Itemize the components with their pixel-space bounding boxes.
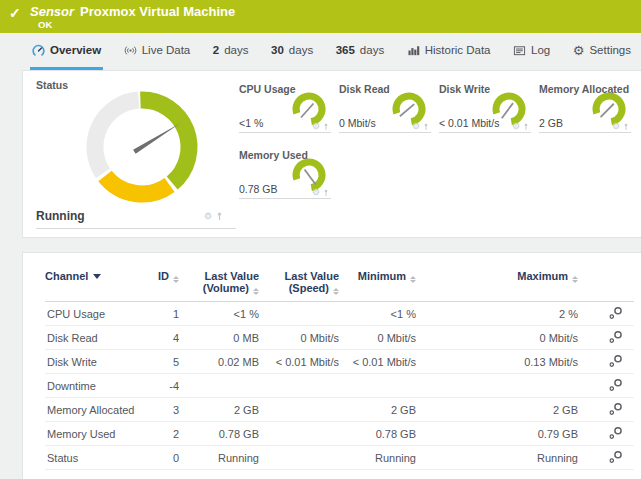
pin-icon[interactable] — [323, 189, 329, 197]
cell-channel: Disk Write — [45, 350, 135, 374]
sort-icon — [253, 288, 259, 295]
column-header-id[interactable]: ID — [135, 270, 179, 302]
sensor-title: Proxmox Virtual Machine — [80, 4, 235, 19]
edit-channel-icon[interactable] — [607, 354, 624, 368]
cell-id: 5 — [135, 350, 179, 374]
sensor-type-label: Sensor — [30, 4, 74, 19]
cell-volume: Running — [179, 446, 259, 470]
column-header-last-value-volume[interactable]: Last Value (Volume) — [179, 270, 259, 302]
edit-channel-icon[interactable] — [607, 330, 624, 344]
check-icon: ✓ — [9, 5, 21, 21]
gauge-segment-gray — [95, 100, 139, 173]
mini-gauge-needle — [301, 104, 314, 118]
tab-settings[interactable]: ⚙ Settings — [571, 33, 633, 70]
cell-id: 1 — [135, 302, 179, 326]
mini-gauge-cpu-usage[interactable]: CPU Usage <1 % ⚙ — [239, 83, 331, 133]
mini-gauge-value: < 0.01 Mbit/s — [439, 117, 499, 129]
mini-gauge-disk-write[interactable]: Disk Write < 0.01 Mbit/s ⚙ — [439, 83, 531, 133]
gauge-settings-gear-icon[interactable]: ⚙ — [512, 122, 520, 131]
mini-gauge-needle — [501, 103, 515, 118]
pin-icon[interactable] — [323, 123, 329, 131]
cell-speed — [259, 398, 339, 422]
log-icon — [513, 44, 526, 57]
gauge-segment-green — [140, 100, 189, 183]
tab-log[interactable]: Log — [511, 33, 552, 70]
cell-max — [416, 374, 578, 398]
cell-id: -4 — [135, 374, 179, 398]
gauge-settings-gear-icon[interactable]: ⚙ — [412, 122, 420, 131]
mini-gauge-disk-read[interactable]: Disk Read 0 Mbit/s ⚙ — [339, 83, 431, 133]
tab-number: 30 — [271, 44, 284, 56]
cell-max: 2 % — [416, 302, 578, 326]
gauge-settings-gear-icon[interactable]: ⚙ — [204, 212, 212, 221]
sort-icon — [572, 276, 578, 283]
tab-365-days[interactable]: 365 days — [334, 33, 386, 70]
gauge-needle — [133, 121, 181, 154]
tab-bar: Overview Live Data 2 days 30 days 365 da… — [0, 33, 641, 70]
tab-number: 2 — [213, 44, 219, 56]
tab-30-days[interactable]: 30 days — [269, 33, 315, 70]
edit-channel-icon[interactable] — [607, 306, 624, 320]
tab-2-days[interactable]: 2 days — [211, 33, 251, 70]
column-header-last-value-speed[interactable]: Last Value (Speed) — [259, 270, 339, 302]
tab-label: Settings — [589, 44, 631, 56]
table-row: Disk Read 4 0 MB 0 Mbit/s 0 Mbit/s 0 Mbi… — [45, 326, 634, 350]
gauge-settings-gear-icon[interactable]: ⚙ — [312, 188, 320, 197]
mini-gauge-value: 2 GB — [539, 117, 563, 129]
gauge-segment-yellow — [105, 176, 170, 194]
cell-min: < 0.01 Mbit/s — [339, 350, 416, 374]
sensor-status-text: OK — [38, 19, 52, 30]
column-header-actions — [578, 270, 634, 302]
status-gauge-title: Status — [36, 79, 68, 91]
cell-channel: Status — [45, 446, 135, 470]
mini-gauge-memory-allocated[interactable]: Memory Allocated 2 GB ⚙ — [539, 83, 631, 133]
cell-speed: 0 Mbit/s — [259, 326, 339, 350]
pin-icon[interactable] — [623, 123, 629, 131]
gauge-settings-gear-icon[interactable]: ⚙ — [312, 122, 320, 131]
cell-channel: Downtime — [45, 374, 135, 398]
cell-id: 0 — [135, 446, 179, 470]
table-row: Status 0 Running Running Running — [45, 446, 634, 470]
signal-icon — [124, 44, 137, 57]
cell-min: <1 % — [339, 302, 416, 326]
mini-gauge-label: CPU Usage — [239, 83, 296, 95]
gauge-settings-gear-icon[interactable]: ⚙ — [612, 122, 620, 131]
cell-channel: Memory Used — [45, 422, 135, 446]
pin-icon[interactable] — [423, 123, 429, 131]
cell-volume: 0.78 GB — [179, 422, 259, 446]
tab-overview[interactable]: Overview — [30, 33, 103, 70]
gear-icon: ⚙ — [573, 44, 585, 57]
mini-gauge-memory-used[interactable]: Memory Used 0.78 GB ⚙ — [239, 149, 331, 199]
cell-min: 2 GB — [339, 398, 416, 422]
pin-icon[interactable] — [216, 212, 223, 221]
sort-caret-icon — [93, 274, 101, 279]
cell-id: 3 — [135, 398, 179, 422]
status-gauge — [77, 82, 207, 212]
pin-icon[interactable] — [523, 123, 529, 131]
edit-channel-icon[interactable] — [607, 426, 624, 440]
channels-panel: Channel ID Last Value (Volume) Last Valu… — [22, 252, 641, 479]
tab-label: Overview — [50, 44, 101, 56]
cell-max: 2 GB — [416, 398, 578, 422]
column-header-channel[interactable]: Channel — [45, 270, 135, 302]
column-header-maximum[interactable]: Maximum — [416, 270, 578, 302]
divider — [239, 198, 331, 199]
bar-chart-icon — [407, 44, 420, 57]
cell-speed — [259, 422, 339, 446]
column-header-minimum[interactable]: Minimum — [339, 270, 416, 302]
mini-gauge-value: 0 Mbit/s — [339, 117, 376, 129]
cell-volume: <1 % — [179, 302, 259, 326]
sort-icon — [173, 276, 179, 283]
edit-channel-icon[interactable] — [607, 450, 624, 464]
cell-speed — [259, 302, 339, 326]
tab-historic-data[interactable]: Historic Data — [405, 33, 493, 70]
edit-channel-icon[interactable] — [607, 378, 624, 392]
cell-max: 0.79 GB — [416, 422, 578, 446]
cell-speed: < 0.01 Mbit/s — [259, 350, 339, 374]
divider — [439, 132, 531, 133]
divider — [339, 132, 431, 133]
tab-live-data[interactable]: Live Data — [122, 33, 193, 70]
cell-min: Running — [339, 446, 416, 470]
edit-channel-icon[interactable] — [607, 402, 624, 416]
tab-label: days — [224, 44, 248, 56]
